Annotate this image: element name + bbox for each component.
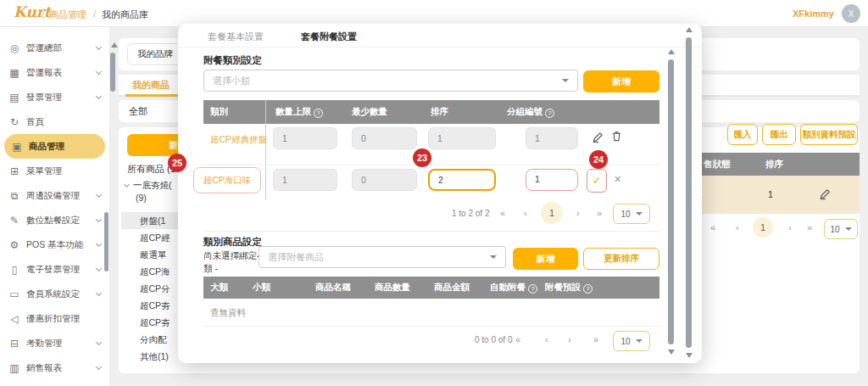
category-row-link[interactable]: 超CP經典拼盤 xyxy=(210,134,267,146)
category-list-item[interactable]: 超CP經 xyxy=(121,229,179,246)
category-list-item[interactable]: 超CP夯 xyxy=(121,314,179,331)
add-category-button[interactable]: 新增 xyxy=(583,70,659,92)
side-product-select[interactable]: 選擇附餐商品 xyxy=(259,246,506,268)
page-last-icon[interactable]: » xyxy=(597,208,602,218)
header-name: 類別 xyxy=(210,106,228,118)
chevron-down-icon xyxy=(96,215,102,221)
delete-icon[interactable] xyxy=(610,130,623,143)
header-min: 最少數量 xyxy=(352,106,387,118)
scroll-down-icon[interactable] xyxy=(668,350,675,355)
sidebar-item-home[interactable]: ↻首頁 xyxy=(0,109,109,134)
category-list-item[interactable]: 拼盤(1 xyxy=(121,212,179,229)
discount-icon: ◁ xyxy=(8,313,20,325)
products-icon: ▣ xyxy=(11,141,23,153)
sidebar-item-pos[interactable]: ⚙POS 基本功能 xyxy=(0,232,109,257)
add-side-product-button[interactable]: 新增 xyxy=(513,248,578,270)
category-list-item[interactable]: 其他(1) xyxy=(121,348,179,365)
scroll-up-icon[interactable] xyxy=(686,27,693,32)
import-button[interactable]: 匯入 xyxy=(727,124,758,145)
category-list-item[interactable]: 嚴選單 xyxy=(121,246,179,263)
min-input[interactable]: 0 xyxy=(352,127,417,149)
page-last-icon[interactable]: » xyxy=(593,334,598,344)
subcategory-select[interactable]: 選擇小類 xyxy=(203,70,578,92)
category-row-link-editing[interactable]: 超CP海口味 xyxy=(193,167,261,193)
sidebar-item-invoices[interactable]: ▤發票管理 xyxy=(0,85,109,109)
sidebar-item-label: 會員系統設定 xyxy=(26,288,91,300)
scroll-up-icon[interactable] xyxy=(111,42,118,48)
sidebar-scrollbar[interactable] xyxy=(104,212,108,271)
category-list-item[interactable]: 超CP海 xyxy=(121,263,179,280)
max-input[interactable]: 1 xyxy=(273,169,337,191)
min-input[interactable]: 0 xyxy=(352,169,417,191)
page-size-value: 10 xyxy=(620,210,630,219)
bg-page-last-icon[interactable]: » xyxy=(807,222,812,232)
page-first-icon[interactable]: « xyxy=(515,334,520,344)
bg-page-size-select[interactable]: 10 xyxy=(824,219,858,239)
bg-page-next-icon[interactable]: › xyxy=(788,222,792,232)
edit-icon[interactable] xyxy=(592,131,604,143)
invoice-icon: ▤ xyxy=(8,92,20,103)
user-name[interactable]: XFkimmy xyxy=(793,8,834,19)
tab-combo-side[interactable]: 套餐附餐設置 xyxy=(301,31,357,43)
tab-my-brand[interactable]: 我的品牌 xyxy=(127,43,183,65)
page-first-icon[interactable]: « xyxy=(500,208,505,218)
inner-scrollbar[interactable] xyxy=(668,59,674,344)
scroll-up-icon[interactable] xyxy=(668,49,675,54)
group-input[interactable]: 1 xyxy=(526,127,578,149)
category-list-item[interactable]: 分肉配 xyxy=(121,331,179,348)
bg-page-first-icon[interactable]: « xyxy=(710,222,715,232)
filter-all[interactable]: 全部 xyxy=(129,105,147,118)
cancel-x-icon[interactable]: ✕ xyxy=(614,174,621,185)
category-group-count: (9) xyxy=(136,193,147,203)
category-group[interactable]: 一底夯燒( xyxy=(125,180,172,192)
modal-scrollbar[interactable] xyxy=(686,37,692,348)
help-icon[interactable]: ? xyxy=(528,284,537,294)
tab-my-products[interactable]: 我的商品 xyxy=(132,79,170,92)
page-next-icon[interactable]: › xyxy=(568,334,571,344)
sidebar-item-sales-report[interactable]: ▥銷售報表 xyxy=(0,355,109,380)
page-prev-icon[interactable]: ‹ xyxy=(524,208,527,218)
category-list-item[interactable]: 超CP分 xyxy=(121,280,179,297)
page-next-icon[interactable]: › xyxy=(576,208,580,218)
sidebar-item-menus[interactable]: ⊞菜單管理 xyxy=(0,159,109,183)
max-input[interactable]: 1 xyxy=(273,127,337,149)
category-list-item[interactable]: 超CP夯 xyxy=(121,297,179,314)
sidebar-item-reports[interactable]: ▦營運報表 xyxy=(0,60,109,85)
page-prev-icon[interactable]: ‹ xyxy=(545,334,548,344)
help-icon[interactable]: ? xyxy=(314,109,323,118)
chevron-down-icon xyxy=(96,289,102,295)
chevron-down-icon xyxy=(636,339,643,343)
bg-page-size-value: 10 xyxy=(830,225,839,234)
header-product-qty: 商品數量 xyxy=(375,282,410,294)
sidebar-item-einvoice[interactable]: ▯電子發票管理 xyxy=(0,257,109,282)
sidebar-item-devices[interactable]: ⧉周邊設備管理 xyxy=(0,183,109,208)
sidebar-item-discount[interactable]: ◁優惠折扣管理 xyxy=(0,306,109,331)
export-button[interactable]: 匯出 xyxy=(762,124,796,145)
help-icon[interactable]: ? xyxy=(545,109,554,118)
breadcrumb-section[interactable]: 商品管理 xyxy=(49,8,86,21)
scroll-down-icon[interactable] xyxy=(686,353,693,358)
avatar[interactable]: X xyxy=(842,4,860,23)
sidebar-item-products[interactable]: ▣商品管理 xyxy=(4,134,105,159)
bg-page-number[interactable]: 1 xyxy=(753,217,773,238)
edit-icon[interactable] xyxy=(819,187,832,200)
tab-combo-basic[interactable]: 套餐基本設置 xyxy=(208,31,264,43)
content-scrollbar[interactable] xyxy=(110,53,115,92)
help-icon[interactable]: ? xyxy=(583,284,593,294)
sidebar-item-digital-order[interactable]: ✎數位點餐設定 xyxy=(0,208,109,232)
sidebar-item-attendance[interactable]: ⊟考勤管理 xyxy=(0,331,109,355)
confirm-check-icon[interactable]: ✓ xyxy=(587,169,607,193)
divider xyxy=(203,231,659,232)
update-sort-button[interactable]: 更新排序 xyxy=(583,248,659,270)
group-input-invalid[interactable]: 1 xyxy=(526,169,578,191)
chevron-down-icon xyxy=(636,212,643,215)
sort-input[interactable]: 1 xyxy=(428,127,496,149)
sidebar-item-member[interactable]: ▭會員系統設定 xyxy=(0,282,109,306)
page-size-select[interactable]: 10 xyxy=(613,331,650,351)
page-size-select[interactable]: 10 xyxy=(613,204,650,224)
page-number[interactable]: 1 xyxy=(541,202,563,224)
sort-input-active[interactable]: 2 xyxy=(428,169,496,191)
sidebar-item-hq[interactable]: ◎營運總部 xyxy=(0,36,109,60)
category-preset-button[interactable]: 類別資料預設 xyxy=(800,124,858,145)
bg-page-prev-icon[interactable]: ‹ xyxy=(736,222,739,232)
